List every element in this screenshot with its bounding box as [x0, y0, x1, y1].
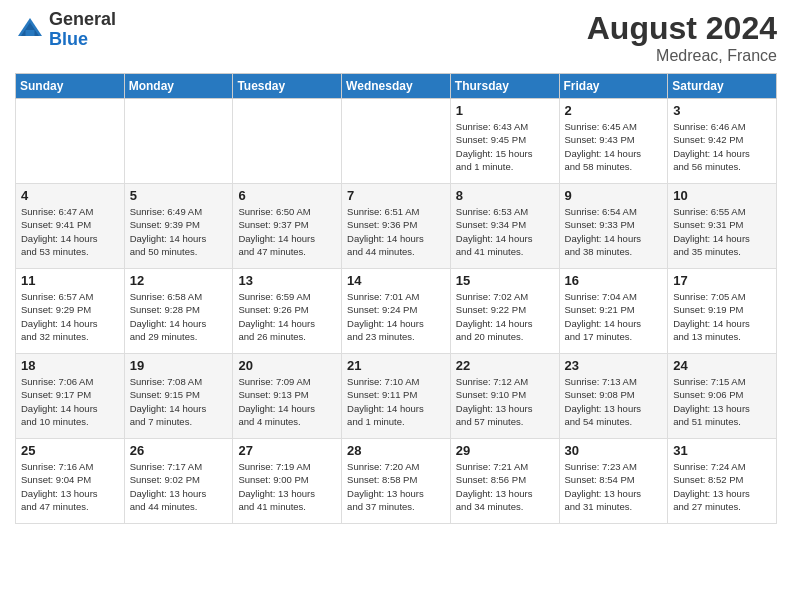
calendar-cell: 26Sunrise: 7:17 AM Sunset: 9:02 PM Dayli…: [124, 439, 233, 524]
day-info: Sunrise: 7:10 AM Sunset: 9:11 PM Dayligh…: [347, 375, 445, 428]
day-number: 4: [21, 188, 119, 203]
calendar-cell: 18Sunrise: 7:06 AM Sunset: 9:17 PM Dayli…: [16, 354, 125, 439]
calendar-cell: [16, 99, 125, 184]
day-number: 13: [238, 273, 336, 288]
calendar-cell: 16Sunrise: 7:04 AM Sunset: 9:21 PM Dayli…: [559, 269, 668, 354]
day-number: 22: [456, 358, 554, 373]
svg-rect-2: [26, 30, 35, 36]
logo-blue-text: Blue: [49, 30, 116, 50]
day-number: 5: [130, 188, 228, 203]
day-info: Sunrise: 7:09 AM Sunset: 9:13 PM Dayligh…: [238, 375, 336, 428]
day-number: 18: [21, 358, 119, 373]
day-number: 27: [238, 443, 336, 458]
day-number: 3: [673, 103, 771, 118]
day-info: Sunrise: 6:43 AM Sunset: 9:45 PM Dayligh…: [456, 120, 554, 173]
column-header-sunday: Sunday: [16, 74, 125, 99]
day-number: 7: [347, 188, 445, 203]
day-info: Sunrise: 6:58 AM Sunset: 9:28 PM Dayligh…: [130, 290, 228, 343]
day-number: 2: [565, 103, 663, 118]
calendar-week-5: 25Sunrise: 7:16 AM Sunset: 9:04 PM Dayli…: [16, 439, 777, 524]
day-info: Sunrise: 7:19 AM Sunset: 9:00 PM Dayligh…: [238, 460, 336, 513]
calendar-cell: 22Sunrise: 7:12 AM Sunset: 9:10 PM Dayli…: [450, 354, 559, 439]
calendar-cell: 14Sunrise: 7:01 AM Sunset: 9:24 PM Dayli…: [342, 269, 451, 354]
day-number: 15: [456, 273, 554, 288]
column-header-wednesday: Wednesday: [342, 74, 451, 99]
calendar-cell: 2Sunrise: 6:45 AM Sunset: 9:43 PM Daylig…: [559, 99, 668, 184]
column-header-thursday: Thursday: [450, 74, 559, 99]
calendar-cell: 10Sunrise: 6:55 AM Sunset: 9:31 PM Dayli…: [668, 184, 777, 269]
day-number: 20: [238, 358, 336, 373]
logo-text: General Blue: [49, 10, 116, 50]
calendar-cell: 29Sunrise: 7:21 AM Sunset: 8:56 PM Dayli…: [450, 439, 559, 524]
calendar-cell: 15Sunrise: 7:02 AM Sunset: 9:22 PM Dayli…: [450, 269, 559, 354]
calendar-cell: 19Sunrise: 7:08 AM Sunset: 9:15 PM Dayli…: [124, 354, 233, 439]
day-number: 25: [21, 443, 119, 458]
calendar-cell: 28Sunrise: 7:20 AM Sunset: 8:58 PM Dayli…: [342, 439, 451, 524]
day-info: Sunrise: 7:21 AM Sunset: 8:56 PM Dayligh…: [456, 460, 554, 513]
day-info: Sunrise: 6:51 AM Sunset: 9:36 PM Dayligh…: [347, 205, 445, 258]
day-number: 12: [130, 273, 228, 288]
day-info: Sunrise: 7:16 AM Sunset: 9:04 PM Dayligh…: [21, 460, 119, 513]
calendar-cell: [124, 99, 233, 184]
calendar-week-2: 4Sunrise: 6:47 AM Sunset: 9:41 PM Daylig…: [16, 184, 777, 269]
calendar-cell: 1Sunrise: 6:43 AM Sunset: 9:45 PM Daylig…: [450, 99, 559, 184]
day-info: Sunrise: 6:54 AM Sunset: 9:33 PM Dayligh…: [565, 205, 663, 258]
logo-icon: [15, 15, 45, 45]
day-info: Sunrise: 7:17 AM Sunset: 9:02 PM Dayligh…: [130, 460, 228, 513]
calendar-cell: [342, 99, 451, 184]
day-number: 16: [565, 273, 663, 288]
day-number: 8: [456, 188, 554, 203]
calendar-cell: 20Sunrise: 7:09 AM Sunset: 9:13 PM Dayli…: [233, 354, 342, 439]
month-title: August 2024: [587, 10, 777, 47]
calendar-week-4: 18Sunrise: 7:06 AM Sunset: 9:17 PM Dayli…: [16, 354, 777, 439]
day-info: Sunrise: 6:45 AM Sunset: 9:43 PM Dayligh…: [565, 120, 663, 173]
day-info: Sunrise: 6:49 AM Sunset: 9:39 PM Dayligh…: [130, 205, 228, 258]
day-number: 31: [673, 443, 771, 458]
day-info: Sunrise: 7:24 AM Sunset: 8:52 PM Dayligh…: [673, 460, 771, 513]
day-number: 11: [21, 273, 119, 288]
day-number: 24: [673, 358, 771, 373]
calendar-cell: 3Sunrise: 6:46 AM Sunset: 9:42 PM Daylig…: [668, 99, 777, 184]
calendar-cell: 24Sunrise: 7:15 AM Sunset: 9:06 PM Dayli…: [668, 354, 777, 439]
day-info: Sunrise: 7:04 AM Sunset: 9:21 PM Dayligh…: [565, 290, 663, 343]
calendar-cell: 7Sunrise: 6:51 AM Sunset: 9:36 PM Daylig…: [342, 184, 451, 269]
day-number: 6: [238, 188, 336, 203]
day-info: Sunrise: 6:46 AM Sunset: 9:42 PM Dayligh…: [673, 120, 771, 173]
day-number: 10: [673, 188, 771, 203]
calendar-table: SundayMondayTuesdayWednesdayThursdayFrid…: [15, 73, 777, 524]
calendar-cell: 21Sunrise: 7:10 AM Sunset: 9:11 PM Dayli…: [342, 354, 451, 439]
calendar-cell: 6Sunrise: 6:50 AM Sunset: 9:37 PM Daylig…: [233, 184, 342, 269]
calendar-week-3: 11Sunrise: 6:57 AM Sunset: 9:29 PM Dayli…: [16, 269, 777, 354]
title-block: August 2024 Medreac, France: [587, 10, 777, 65]
calendar-cell: 27Sunrise: 7:19 AM Sunset: 9:00 PM Dayli…: [233, 439, 342, 524]
day-info: Sunrise: 6:57 AM Sunset: 9:29 PM Dayligh…: [21, 290, 119, 343]
header: General Blue August 2024 Medreac, France: [15, 10, 777, 65]
calendar-cell: [233, 99, 342, 184]
calendar-header-row: SundayMondayTuesdayWednesdayThursdayFrid…: [16, 74, 777, 99]
calendar-cell: 9Sunrise: 6:54 AM Sunset: 9:33 PM Daylig…: [559, 184, 668, 269]
day-number: 9: [565, 188, 663, 203]
day-info: Sunrise: 6:55 AM Sunset: 9:31 PM Dayligh…: [673, 205, 771, 258]
calendar-cell: 25Sunrise: 7:16 AM Sunset: 9:04 PM Dayli…: [16, 439, 125, 524]
day-info: Sunrise: 7:08 AM Sunset: 9:15 PM Dayligh…: [130, 375, 228, 428]
day-number: 19: [130, 358, 228, 373]
day-info: Sunrise: 6:47 AM Sunset: 9:41 PM Dayligh…: [21, 205, 119, 258]
day-number: 29: [456, 443, 554, 458]
day-info: Sunrise: 7:20 AM Sunset: 8:58 PM Dayligh…: [347, 460, 445, 513]
calendar-cell: 5Sunrise: 6:49 AM Sunset: 9:39 PM Daylig…: [124, 184, 233, 269]
day-info: Sunrise: 7:05 AM Sunset: 9:19 PM Dayligh…: [673, 290, 771, 343]
calendar-week-1: 1Sunrise: 6:43 AM Sunset: 9:45 PM Daylig…: [16, 99, 777, 184]
day-info: Sunrise: 7:23 AM Sunset: 8:54 PM Dayligh…: [565, 460, 663, 513]
day-info: Sunrise: 7:12 AM Sunset: 9:10 PM Dayligh…: [456, 375, 554, 428]
day-info: Sunrise: 7:02 AM Sunset: 9:22 PM Dayligh…: [456, 290, 554, 343]
day-info: Sunrise: 7:13 AM Sunset: 9:08 PM Dayligh…: [565, 375, 663, 428]
column-header-monday: Monday: [124, 74, 233, 99]
day-number: 1: [456, 103, 554, 118]
day-number: 30: [565, 443, 663, 458]
day-info: Sunrise: 7:15 AM Sunset: 9:06 PM Dayligh…: [673, 375, 771, 428]
day-number: 21: [347, 358, 445, 373]
day-number: 14: [347, 273, 445, 288]
day-info: Sunrise: 6:50 AM Sunset: 9:37 PM Dayligh…: [238, 205, 336, 258]
calendar-cell: 30Sunrise: 7:23 AM Sunset: 8:54 PM Dayli…: [559, 439, 668, 524]
logo-general-text: General: [49, 10, 116, 30]
